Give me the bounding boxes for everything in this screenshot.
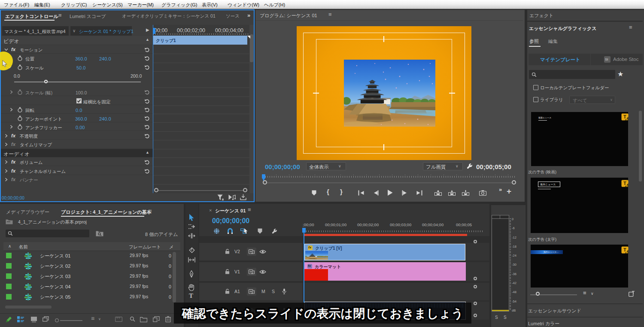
svg-text:T: T bbox=[623, 247, 626, 252]
svg-text:T: T bbox=[623, 114, 626, 119]
svg-text:T: T bbox=[623, 181, 626, 186]
